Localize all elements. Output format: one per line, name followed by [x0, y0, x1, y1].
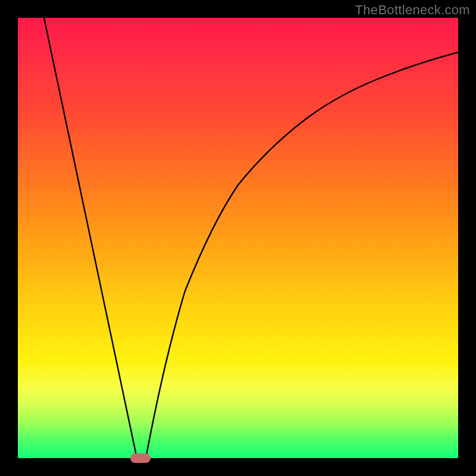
plot-area [18, 18, 458, 458]
right-curve [146, 52, 458, 458]
bottleneck-marker [130, 453, 151, 463]
curves-overlay [18, 18, 458, 458]
left-line [44, 18, 137, 458]
chart-frame: TheBottleneck.com [0, 0, 476, 476]
watermark-text: TheBottleneck.com [355, 2, 470, 18]
